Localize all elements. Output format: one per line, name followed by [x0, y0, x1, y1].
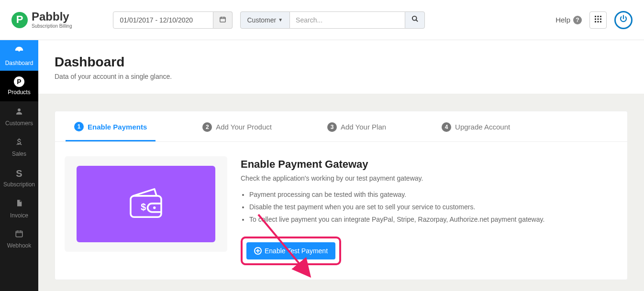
enable-test-payment-button[interactable]: Enable Test Payment	[246, 242, 335, 259]
tab-enable-payments[interactable]: 1 Enable Payments	[66, 111, 155, 141]
panel-bullet-list: Payment processing can be tested with th…	[241, 191, 618, 223]
search-icon	[411, 15, 419, 24]
brand-logo[interactable]: Pabbly Subscription Billing	[11, 11, 72, 29]
svg-point-16	[153, 206, 155, 209]
page-title: Dashboard	[55, 54, 628, 70]
chevron-down-icon: ▼	[278, 17, 283, 22]
power-icon	[619, 14, 628, 25]
illustration-box: $	[65, 156, 227, 252]
svg-rect-5	[595, 18, 596, 20]
sidebar-item-label: Dashboard	[5, 60, 33, 66]
sales-icon	[15, 138, 23, 149]
search-button[interactable]	[405, 11, 425, 29]
tab-panel: $ Enable Payment Gateway Check the appli…	[55, 142, 627, 265]
sidebar-item-webhook[interactable]: Webhook	[0, 224, 38, 254]
tab-label: Upgrade Account	[455, 123, 510, 131]
invoice-icon	[15, 198, 23, 210]
date-range-input[interactable]: 01/01/2017 - 12/10/2020	[113, 11, 213, 29]
power-button[interactable]	[614, 11, 633, 29]
sidebar-item-subscription[interactable]: S Subscription	[0, 162, 38, 193]
svg-rect-10	[600, 21, 601, 22]
svg-text:$: $	[141, 202, 146, 212]
products-icon: P	[14, 76, 24, 87]
sidebar-item-label: Products	[8, 89, 30, 96]
search-group: Customer ▼	[240, 11, 425, 29]
svg-rect-6	[598, 18, 599, 20]
sidebar-item-label: Invoice	[10, 212, 28, 219]
subscription-icon: S	[16, 168, 22, 179]
webhook-icon	[15, 229, 23, 240]
brand-subtitle: Subscription Billing	[32, 23, 72, 29]
sidebar-item-label: Subscription	[3, 181, 35, 188]
apps-grid-icon	[595, 16, 601, 24]
customer-dropdown[interactable]: Customer ▼	[240, 11, 290, 29]
svg-rect-13	[16, 231, 22, 237]
tab-add-plan[interactable]: 3 Add Your Plan	[319, 111, 395, 141]
panel-lead: Check the application's working by our t…	[241, 174, 618, 182]
tab-number: 1	[74, 122, 84, 131]
apps-grid-button[interactable]	[589, 11, 607, 29]
svg-rect-8	[595, 21, 596, 22]
tab-upgrade-account[interactable]: 4 Upgrade Account	[433, 111, 519, 141]
tab-add-product[interactable]: 2 Add Your Product	[194, 111, 280, 141]
svg-rect-2	[595, 16, 596, 17]
sidebar-item-label: Sales	[12, 151, 26, 157]
sidebar-item-dashboard[interactable]: Dashboard	[0, 40, 38, 71]
date-range-picker[interactable]: 01/01/2017 - 12/10/2020	[113, 11, 233, 29]
plus-circle-icon	[254, 247, 262, 255]
svg-point-1	[412, 16, 416, 21]
sidebar: Dashboard P Products Customers Sales S S…	[0, 40, 38, 291]
customer-dropdown-label: Customer	[247, 16, 277, 24]
topbar: Pabbly Subscription Billing 01/01/2017 -…	[0, 0, 644, 40]
tab-number: 2	[202, 122, 212, 132]
svg-rect-7	[600, 18, 601, 20]
calendar-button[interactable]	[213, 11, 233, 29]
brand-name: Pabbly	[32, 11, 72, 22]
topbar-right: Help ?	[555, 11, 633, 29]
svg-point-11	[18, 50, 20, 52]
brand-mark-icon	[11, 12, 28, 28]
sidebar-item-products[interactable]: P Products	[0, 71, 38, 101]
help-link[interactable]: Help ?	[555, 16, 582, 24]
sidebar-item-label: Customers	[5, 120, 33, 127]
page-subtitle: Data of your account in a single glance.	[55, 73, 628, 80]
wallet-icon: $	[124, 184, 167, 224]
panel-body: Enable Payment Gateway Check the applica…	[241, 156, 618, 265]
tab-label: Add Your Plan	[341, 123, 386, 131]
customers-icon	[15, 107, 23, 118]
illustration: $	[77, 166, 215, 242]
dashboard-icon	[14, 45, 24, 58]
tab-number: 3	[327, 122, 337, 132]
tab-label: Add Your Product	[216, 123, 272, 131]
help-label: Help	[555, 16, 570, 24]
svg-point-12	[18, 108, 21, 111]
panel-bullet: Payment processing can be tested with th…	[249, 191, 618, 198]
panel-bullet: To collect live payment you can integrat…	[249, 216, 618, 223]
svg-rect-3	[598, 16, 599, 17]
content-area: Dashboard Data of your account in a sing…	[38, 40, 644, 291]
onboarding-card: 1 Enable Payments 2 Add Your Product 3 A…	[55, 111, 628, 280]
enable-button-label: Enable Test Payment	[265, 247, 328, 255]
sidebar-item-sales[interactable]: Sales	[0, 132, 38, 162]
tab-label: Enable Payments	[88, 123, 147, 131]
search-input[interactable]	[290, 11, 405, 29]
sidebar-item-invoice[interactable]: Invoice	[0, 193, 38, 224]
sidebar-item-label: Webhook	[7, 242, 31, 249]
sidebar-item-customers[interactable]: Customers	[0, 101, 38, 132]
page-header: Dashboard Data of your account in a sing…	[38, 40, 644, 94]
calendar-icon	[219, 16, 226, 24]
svg-rect-4	[600, 16, 601, 17]
panel-heading: Enable Payment Gateway	[241, 158, 618, 171]
svg-rect-9	[598, 21, 599, 22]
help-icon: ?	[573, 16, 582, 24]
enable-button-highlight: Enable Test Payment	[241, 237, 341, 265]
panel-bullet: Disable the test payment when you are se…	[249, 203, 618, 211]
svg-rect-0	[220, 17, 225, 22]
tab-number: 4	[442, 122, 451, 132]
onboarding-tabs: 1 Enable Payments 2 Add Your Product 3 A…	[55, 111, 627, 142]
